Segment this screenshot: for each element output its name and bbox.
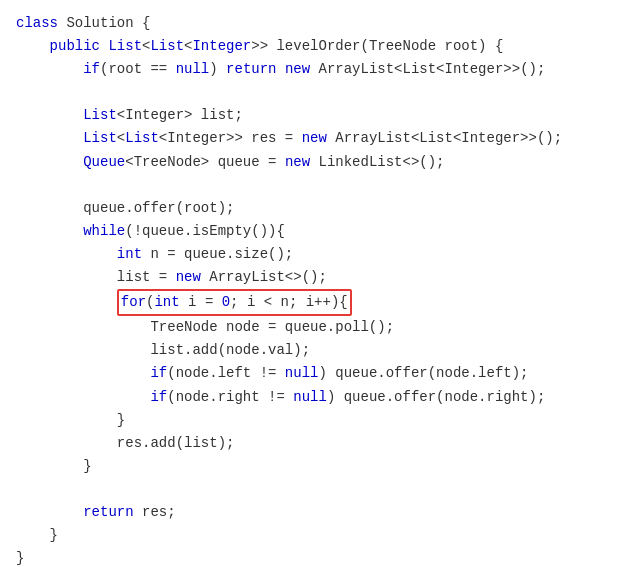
code-line: list.add(node.val); (16, 339, 613, 362)
code-line: for(int i = 0; i < n; i++){ (16, 289, 613, 316)
code-line: res.add(list); (16, 432, 613, 455)
code-line: if(root == null) return new ArrayList<Li… (16, 58, 613, 81)
code-line: } (16, 547, 613, 567)
code-line: } (16, 524, 613, 547)
code-line: class Solution { (16, 12, 613, 35)
code-line: if(node.left != null) queue.offer(node.l… (16, 362, 613, 385)
highlighted-for-loop: for(int i = 0; i < n; i++){ (117, 289, 352, 316)
code-line: List<Integer> list; (16, 104, 613, 127)
code-line: Queue<TreeNode> queue = new LinkedList<>… (16, 151, 613, 174)
code-container: class Solution { public List<List<Intege… (0, 0, 629, 567)
code-block: class Solution { public List<List<Intege… (16, 12, 613, 567)
code-line: list = new ArrayList<>(); (16, 266, 613, 289)
code-line: while(!queue.isEmpty()){ (16, 220, 613, 243)
code-line: List<List<Integer>> res = new ArrayList<… (16, 127, 613, 150)
code-line: queue.offer(root); (16, 197, 613, 220)
code-line: } (16, 409, 613, 432)
code-line: if(node.right != null) queue.offer(node.… (16, 386, 613, 409)
code-line: public List<List<Integer>> levelOrder(Tr… (16, 35, 613, 58)
code-line: int n = queue.size(); (16, 243, 613, 266)
code-line: } (16, 455, 613, 478)
code-line: return res; (16, 501, 613, 524)
code-line: TreeNode node = queue.poll(); (16, 316, 613, 339)
